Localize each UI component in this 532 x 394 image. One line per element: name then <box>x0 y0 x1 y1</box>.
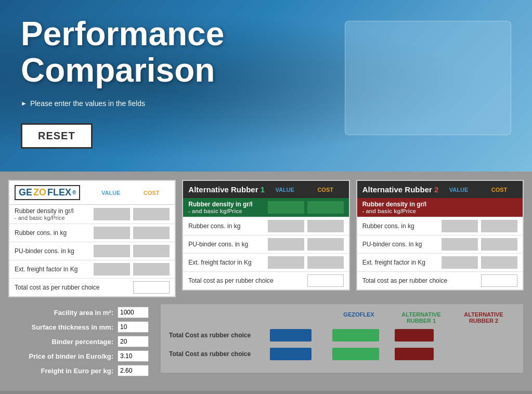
gezoflex-header: GEZOFLEX® VALUE COST <box>9 181 175 205</box>
freight-label-alt2: Ext. freight factor in Kg <box>362 259 442 266</box>
binder-percentage-input[interactable] <box>118 336 149 347</box>
rubber-cons-label-alt2: Rubber cons. in kg <box>362 222 442 230</box>
alt2-col-headers: VALUE COST <box>440 187 517 193</box>
rubber-density-label-alt2: Rubber density in gr/l <box>362 201 442 208</box>
alt2-value-label: VALUE <box>440 187 477 193</box>
rubber-density-row-alt2: Rubber density in gr/l - and basic kg/Pr… <box>357 198 523 217</box>
freight-cost-alt1[interactable] <box>307 256 344 269</box>
bar-gezoflex-2 <box>270 348 312 360</box>
chart-bar-alt2-2 <box>393 347 455 361</box>
pu-binder-cost-alt1[interactable] <box>307 238 344 251</box>
rubber-density-row-gz: Rubber density in gr/l - and basic kg/Pr… <box>9 205 175 224</box>
freight-cost-gz[interactable] <box>133 263 170 275</box>
rubber-cons-value-gz[interactable] <box>94 227 130 239</box>
rubber-cons-label-gz: Rubber cons. in kg <box>15 229 94 237</box>
reset-button[interactable]: RESET <box>21 123 93 149</box>
alt1-title: Alternative Rubber 1 <box>188 185 265 194</box>
pu-binder-cost-alt2[interactable] <box>481 238 517 251</box>
chart-row-2-label: Total Cost as rubber choice <box>169 350 263 358</box>
chart-bar-alt1-2 <box>330 347 393 361</box>
hero-subtitle: ► Please enter the values in the fields <box>21 99 345 108</box>
freight-value-alt2[interactable] <box>442 256 478 269</box>
bottom-section: GEZOFLEX® VALUE COST Rubber density in g… <box>0 172 532 391</box>
freight-row-alt1: Ext. freight factor in Kg <box>183 254 348 272</box>
alt2-title: Alternative Rubber 2 <box>362 185 439 194</box>
rubber-density-inputs-gz <box>94 208 170 220</box>
chart-row-2: Total Cost as rubber choice <box>169 347 515 361</box>
basic-kg-label: - and basic kg/Price <box>15 215 94 221</box>
price-binder-row: Price of binder in Euro/kg: <box>14 350 149 362</box>
freight-value-alt1[interactable] <box>268 256 304 269</box>
bottom-row: Facility area in m²: Surface thickness i… <box>8 304 524 383</box>
rubber-density-label-alt1: Rubber density in gr/l <box>188 201 267 208</box>
freight-value-gz[interactable] <box>94 263 130 275</box>
surface-thickness-label: Surface thickness in mm: <box>14 323 113 331</box>
chart-bar-alt2-1 <box>393 328 455 343</box>
bar-alt1-2 <box>332 348 379 360</box>
rubber-cons-cost-gz[interactable] <box>133 227 170 239</box>
freight-row-gz: Ext. freight factor in Kg <box>9 260 175 279</box>
alt2-card: Alternative Rubber 2 VALUE COST Rubber d… <box>356 180 524 291</box>
hero-content: Performance Comparison ► Please enter th… <box>21 16 345 149</box>
rubber-cons-value-alt2[interactable] <box>442 220 478 232</box>
facility-area-input[interactable] <box>118 307 149 318</box>
surface-thickness-input[interactable] <box>118 321 149 333</box>
logo-registered: ® <box>72 190 76 195</box>
chart-row-1: Total Cost as rubber choice <box>169 328 515 343</box>
rubber-density-value-gz[interactable] <box>94 208 130 220</box>
rubber-cons-value-alt1[interactable] <box>268 220 304 232</box>
bar-alt2-1 <box>395 329 434 342</box>
surface-thickness-row: Surface thickness in mm: <box>14 321 149 333</box>
chart-row-1-bars <box>268 328 455 343</box>
total-cost-row-alt1: Total cost as per rubber choice <box>183 272 348 290</box>
chart-bar-gz-2 <box>268 347 330 361</box>
freight-euro-row: Freight in Euro per kg: <box>14 365 149 376</box>
total-cost-label-alt1: Total cost as per rubber choice <box>188 277 307 284</box>
freight-cost-alt2[interactable] <box>481 256 517 269</box>
rubber-density-cost-alt1[interactable] <box>307 201 344 214</box>
chart-panel: GEZOFLEX ALTERNATIVERUBBER 1 ALTERNATIVE… <box>160 304 524 373</box>
rubber-cons-cost-alt1[interactable] <box>307 220 344 232</box>
alt2-cost-label: COST <box>481 187 517 193</box>
rubber-density-row-alt1: Rubber density in gr/l - and basic kg/Pr… <box>183 198 348 217</box>
freight-euro-label: Freight in Euro per kg: <box>14 367 113 375</box>
pu-binder-value-gz[interactable] <box>94 245 130 257</box>
rubber-cons-row-gz: Rubber cons. in kg <box>9 224 175 242</box>
price-binder-input[interactable] <box>118 350 149 362</box>
pu-binder-label-gz: PU-binder cons. in kg <box>15 247 94 255</box>
bar-alt2-2 <box>395 348 434 360</box>
hero-section: Performance Comparison ► Please enter th… <box>0 0 532 172</box>
pu-binder-value-alt2[interactable] <box>442 238 478 251</box>
pu-binder-cost-gz[interactable] <box>133 245 170 257</box>
chart-bar-gz-1 <box>268 328 330 343</box>
pu-binder-label-alt1: PU-binder cons. in kg <box>188 241 267 248</box>
hero-image <box>345 21 511 135</box>
rubber-cons-cost-alt2[interactable] <box>481 220 517 232</box>
price-binder-label: Price of binder in Euro/kg: <box>14 352 113 360</box>
rubber-cons-row-alt2: Rubber cons. in kg <box>357 217 523 235</box>
facility-area-row: Facility area in m²: <box>14 307 149 318</box>
rubber-density-cost-alt2[interactable] <box>481 201 517 214</box>
total-cost-input-alt1[interactable] <box>307 274 344 287</box>
rubber-density-cost-gz[interactable] <box>133 208 170 220</box>
total-cost-label-alt2: Total cost as per rubber choice <box>362 277 481 284</box>
total-cost-input-gz[interactable] <box>133 281 170 294</box>
chart-col-alt2: ALTERNATIVERUBBER 2 <box>452 311 515 324</box>
hero-title: Performance Comparison <box>21 16 345 89</box>
total-cost-row-gz: Total cost as per rubber choice <box>9 279 175 296</box>
binder-percentage-label: Binder percentage: <box>14 338 113 346</box>
freight-row-alt2: Ext. freight factor in Kg <box>357 254 523 272</box>
gezoflex-logo: GEZOFLEX® <box>15 185 80 200</box>
rubber-cons-label-alt1: Rubber cons. in kg <box>188 222 267 230</box>
total-cost-input-alt2[interactable] <box>481 274 517 287</box>
rubber-density-value-alt2[interactable] <box>442 201 478 214</box>
cards-row: GEZOFLEX® VALUE COST Rubber density in g… <box>8 180 524 297</box>
alt1-value-label: VALUE <box>267 187 303 193</box>
rubber-density-value-alt1[interactable] <box>268 201 304 214</box>
facility-area-label: Facility area in m²: <box>14 309 113 317</box>
pu-binder-label-alt2: PU-binder cons. in kg <box>362 241 442 248</box>
freight-euro-input[interactable] <box>118 365 149 376</box>
chart-row-2-bars <box>268 347 455 361</box>
pu-binder-value-alt1[interactable] <box>268 238 304 251</box>
chart-header: GEZOFLEX ALTERNATIVERUBBER 1 ALTERNATIVE… <box>169 311 515 324</box>
